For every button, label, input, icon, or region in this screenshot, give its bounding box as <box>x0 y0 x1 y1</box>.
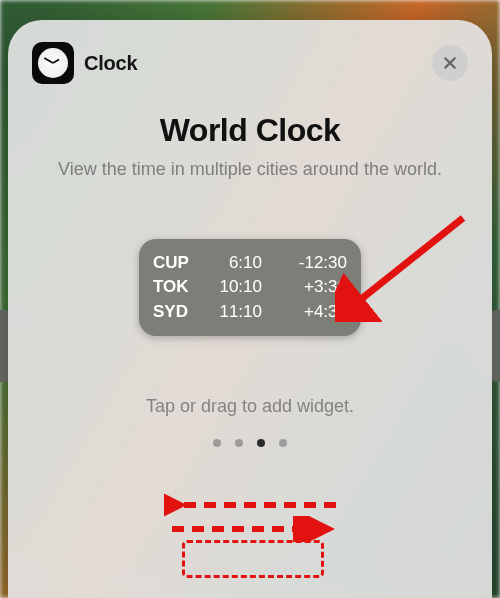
world-clock-row: SYD 11:10 +4:30 <box>153 300 347 324</box>
app-name-label: Clock <box>84 52 137 75</box>
city-code: CUP <box>153 251 199 275</box>
city-code: SYD <box>153 300 199 324</box>
city-offset: -12:30 <box>275 251 347 275</box>
close-icon <box>442 55 458 71</box>
city-offset: +3:30 <box>275 275 347 299</box>
add-widget-hint: Tap or drag to add widget. <box>32 396 468 417</box>
widget-title: World Clock <box>32 112 468 149</box>
page-dot[interactable] <box>235 439 243 447</box>
close-button[interactable] <box>432 45 468 81</box>
city-code: TOK <box>153 275 199 299</box>
widget-subtitle: View the time in multiple cities around … <box>32 157 468 181</box>
world-clock-widget-preview[interactable]: CUP 6:10 -12:30 TOK 10:10 +3:30 SYD 11:1… <box>139 239 361 335</box>
city-time: 10:10 <box>212 275 262 299</box>
page-dot[interactable] <box>279 439 287 447</box>
widget-gallery-sheet: Clock World Clock View the time in multi… <box>8 20 492 598</box>
clock-face-icon <box>38 48 68 78</box>
page-indicator[interactable] <box>32 431 468 455</box>
city-time: 11:10 <box>212 300 262 324</box>
page-dot[interactable] <box>213 439 221 447</box>
world-clock-row: TOK 10:10 +3:30 <box>153 275 347 299</box>
clock-app-icon <box>32 42 74 84</box>
page-dot-active[interactable] <box>257 439 265 447</box>
sheet-header: Clock <box>32 42 468 84</box>
world-clock-row: CUP 6:10 -12:30 <box>153 251 347 275</box>
city-offset: +4:30 <box>275 300 347 324</box>
widget-preview-stage: CUP 6:10 -12:30 TOK 10:10 +3:30 SYD 11:1… <box>32 239 468 335</box>
city-time: 6:10 <box>212 251 262 275</box>
